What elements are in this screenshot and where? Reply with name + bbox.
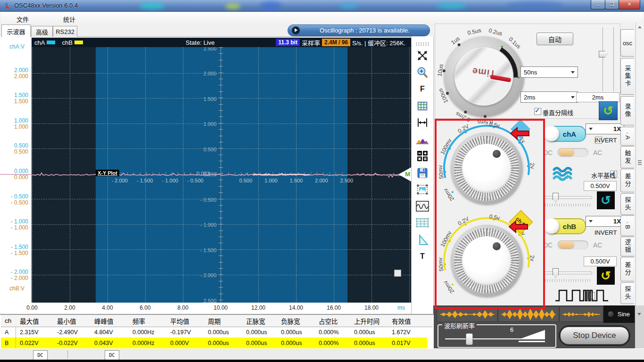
plot-header: chA chB State: Live 11.3 bit 采样率 2.4M / … [32,38,411,47]
m-trigger-marker[interactable]: M [398,167,411,181]
cha-gain-dropdown[interactable]: 1X [586,123,624,134]
axis-tick-pair: - 2.000 - 2.000 [0,263,29,288]
cha-red-arrow-icon [510,127,530,140]
table-cell: 0.022V [16,340,53,346]
wave-pattern-1-button[interactable] [437,306,498,322]
close-button[interactable]: ✕ [619,0,640,9]
grid-settings-icon[interactable] [414,99,430,113]
chb-offset-slider[interactable] [541,268,595,284]
generator-more-icon[interactable] [637,313,641,315]
right-tab[interactable]: ·A [620,127,634,146]
stop-device-button[interactable]: Stop Device [559,325,630,346]
vertical-separator-checkbox[interactable] [534,108,541,115]
table-cell: -2.490V [53,329,91,336]
t-tool-button[interactable]: T [414,249,430,264]
right-tab[interactable]: 逻辑 [620,237,634,256]
chevron-down-icon [571,96,575,99]
table-cell: 0.000us [204,340,242,346]
cha-reset-button[interactable]: ↺ [597,191,615,209]
table-header-cell: 占空比 [315,316,350,326]
tab-rs232[interactable]: RS232 [53,26,77,37]
chb-ac-label: AC [593,241,602,249]
waveform-plot[interactable]: 2.5002.0001.5001.0000.5000.033- 0.500- 1… [32,47,411,303]
cha-volt-knob[interactable]: 20mv 50mv 100mv 0.2V 0.5v 1v 2v [437,121,536,215]
notification-banner[interactable]: Oscillograph : 20713 is available. [288,25,430,36]
toolbar-grip[interactable] [415,42,429,46]
save-icon[interactable] [414,165,430,180]
time-knob[interactable]: Time 0.1us 0.2us 0.5us 1us 10us 100us 0.… [438,25,532,124]
legend-cha[interactable]: chA [34,39,45,46]
table-header-cell: ch [1,317,16,324]
ramp-icon [518,329,548,343]
menu-statistics[interactable]: 统计 [59,14,79,25]
bottom-black-bar [0,360,644,362]
right-tab[interactable]: 探头 [620,193,634,215]
scroll-up-icon[interactable] [637,24,643,30]
x-axis-unit: ms [397,304,405,311]
histogram-icon[interactable] [414,132,430,147]
chb-coupling-indicator-button[interactable]: DC [105,350,119,360]
chb-gain-dropdown[interactable]: 1X [586,216,624,227]
axis-tick-pair: 2.000 2.000 [0,61,29,86]
table-row-cha: A 2.315V-2.490V4.804V0.000Hz-0.197V0.000… [1,327,433,337]
timebase-vertical-slider[interactable] [596,26,617,93]
slider-thumb[interactable] [553,193,559,203]
restore-button[interactable]: ❐ [605,0,619,9]
fit-expand-icon[interactable] [414,49,430,63]
sine-mode-button[interactable]: Sine [603,305,635,323]
auto-button[interactable]: 自动 [537,33,573,45]
cha-offset-slider[interactable] [541,192,595,208]
time-knob-cap[interactable]: Time [454,47,513,106]
minimize-button[interactable]: – [591,0,605,9]
xy-plot-label[interactable]: X-Y Plot [96,170,119,176]
timebase-dropdown[interactable]: 2ms [520,91,578,103]
tab-oscilloscope[interactable]: 示波器 [1,25,31,37]
wave-pattern-3-button[interactable] [559,306,603,322]
toggle-ball [544,218,559,234]
zoom-in-icon[interactable] [414,65,430,80]
chb-volt-knob[interactable]: 20mv 50mv 100mv 0.2V 0.5v 1v 2v ch:B [437,214,536,308]
trigger-time-dropdown[interactable]: 50ns [520,66,578,78]
timebase-reset-button[interactable]: ↺ [599,101,618,120]
waveform-display-icon[interactable] [414,199,430,214]
chevron-down-icon [589,128,593,130]
table-header: ch最大值最小值峰峰值频率平均值周期正脉宽负脉宽占空比上升时间有效值 [1,315,433,327]
plot-corner-checkbox[interactable] [394,270,401,277]
chb-enable-toggle[interactable]: chB [545,218,586,234]
menu-file[interactable]: 文件 [13,14,33,25]
right-scrollbar[interactable] [636,23,644,348]
table-cell-ch: B [1,337,16,348]
f-tool-button[interactable]: F [414,82,430,97]
right-tab[interactable]: 采集卡 [620,58,634,95]
table-cell: 1.672V [388,329,431,336]
cha-ac-label: AC [593,149,602,156]
chb-reset-button[interactable]: ↺ [597,267,615,285]
right-tab[interactable]: 录像 [620,96,634,125]
screenshot-icon[interactable] [414,182,430,197]
chb-coupling-toggle[interactable] [557,240,588,249]
right-tab[interactable]: 触发 [620,146,634,168]
right-tab[interactable]: 探头 [620,282,634,304]
right-tab[interactable]: osc [620,29,634,57]
slider-thumb[interactable] [553,268,559,278]
x-axis-row: 0.002.004.006.008.0010.0012.0014.0016.00… [0,303,411,314]
right-tab[interactable]: ·B [620,215,634,236]
cha-coupling-toggle[interactable] [557,148,588,157]
horizontal-measure-icon[interactable] [414,115,430,130]
slider-thumb[interactable] [599,51,608,58]
table-cell: 0.000Hz [129,329,166,336]
right-tab[interactable]: 差分 [620,257,634,281]
cha-enable-toggle[interactable]: chA [545,126,586,142]
xy-x-tick: - 1.500 [132,178,158,183]
cha-coupling-indicator-button[interactable]: DC [33,350,48,360]
wave-pattern-2-button[interactable] [498,306,559,322]
table-grid-icon[interactable] [414,216,430,230]
ruler-triangle-icon[interactable] [414,232,430,247]
legend-chb[interactable]: chB [62,39,72,46]
right-tab[interactable]: 差分 [620,169,634,192]
math-operations-icon[interactable] [414,149,430,164]
tab-advanced[interactable]: 高级 [31,26,53,37]
knob-position-dot [493,150,501,158]
table-header-cell: 峰峰值 [91,316,129,326]
refresh-slider-thumb[interactable] [466,333,473,345]
